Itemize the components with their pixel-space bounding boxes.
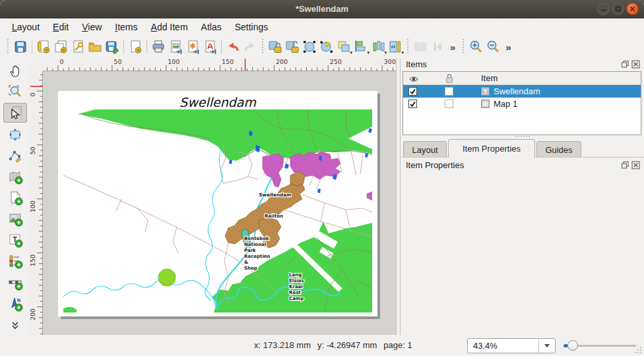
pan-tool-icon (7, 63, 23, 78)
lock-items-button[interactable] (267, 38, 284, 55)
svg-text:Kraal: Kraal (289, 284, 303, 289)
toolbar-drag-handle[interactable] (7, 39, 9, 55)
more-tools-button[interactable] (3, 315, 27, 335)
slider-handle[interactable] (567, 340, 578, 351)
add-north-arrow-icon: N (7, 296, 23, 312)
layout-page[interactable]: Swellendam (58, 91, 377, 316)
right-dock: Items Item TSwellendamMap 1 LayoutItem P… (401, 58, 644, 335)
zoom-out-icon (485, 39, 501, 55)
toolbar-overflow-button[interactable]: » (501, 42, 515, 53)
raise-items-button[interactable]: ▾ (335, 38, 352, 55)
map-preview[interactable]: Swellendam (58, 91, 377, 316)
zoom-in-button[interactable] (467, 38, 484, 55)
menu-atlas[interactable]: Atlas (195, 20, 228, 34)
add-scalebar-button[interactable] (3, 273, 27, 293)
zoom-level-combobox[interactable]: 43.4% (467, 338, 556, 353)
toolbar-drag-handle[interactable] (261, 39, 264, 55)
menu-edit[interactable]: Edit (46, 20, 75, 34)
tab-guides[interactable]: Guides (536, 141, 581, 158)
tab-layout[interactable]: Layout (403, 141, 447, 158)
visibility-checkbox[interactable] (408, 87, 417, 96)
reserve-polygon-north (78, 105, 377, 161)
unlock-items-button[interactable] (284, 38, 301, 55)
items-tree[interactable]: Item TSwellendamMap 1 (402, 71, 641, 135)
add-3d-map-button[interactable] (3, 188, 27, 208)
svg-text:Park: Park (244, 248, 256, 253)
properties-panel-close-button[interactable] (631, 161, 640, 169)
menu-view[interactable]: View (75, 20, 108, 34)
svg-text:Elsies: Elsies (289, 278, 304, 283)
item-row-map-1[interactable]: Map 1 (403, 98, 641, 110)
export-svg-button[interactable] (184, 38, 201, 55)
export-pdf-button[interactable] (201, 38, 218, 55)
pan-tool-button[interactable] (3, 61, 27, 80)
export-image-button[interactable] (167, 38, 184, 55)
map-item[interactable]: Swellendam Railton Bontebok National Par… (63, 105, 377, 312)
railton-label: Railton (265, 214, 283, 219)
svg-text:100: 100 (30, 200, 36, 212)
atlas-first-icon (430, 39, 445, 55)
align-items-icon (353, 39, 369, 55)
select-move-tool-button[interactable] (3, 103, 27, 123)
layout-toolbox: TN (0, 58, 30, 335)
save-as-icon (104, 39, 120, 55)
menu-items[interactable]: Items (108, 20, 144, 34)
new-layout-button[interactable] (35, 38, 52, 55)
svg-text:T: T (484, 88, 488, 95)
open-folder-button[interactable] (86, 38, 104, 55)
lock-checkbox[interactable] (445, 100, 453, 108)
layout-canvas[interactable]: Swellendam (43, 71, 396, 335)
properties-panel-float-button[interactable] (621, 161, 629, 169)
visibility-checkbox[interactable] (408, 100, 417, 108)
add-north-arrow-button[interactable]: N (3, 294, 27, 314)
float-icon (621, 60, 629, 69)
zoom-out-button[interactable] (484, 38, 501, 55)
lock-checkbox[interactable] (445, 87, 453, 96)
combo-dropdown-arrow[interactable] (538, 339, 555, 353)
add-picture-button[interactable] (3, 209, 27, 229)
group-items-button[interactable] (301, 38, 318, 55)
duplicate-layout-icon (53, 39, 69, 55)
add-label-button[interactable]: T (3, 230, 27, 250)
close-button[interactable] (626, 3, 639, 15)
add-scalebar-icon (7, 275, 23, 291)
items-panel-close-button[interactable] (631, 60, 640, 69)
items-panel-float-button[interactable] (621, 60, 629, 69)
minimize-button[interactable] (597, 3, 610, 15)
map-title-label[interactable]: Swellendam (179, 95, 256, 109)
svg-text:N: N (17, 298, 20, 303)
duplicate-layout-button[interactable] (52, 38, 69, 55)
zoom-tool-button[interactable] (3, 82, 27, 102)
maximize-button[interactable] (612, 3, 624, 15)
undo-button[interactable] (224, 38, 242, 55)
toolbar-drag-handle[interactable] (462, 39, 465, 55)
save-button[interactable] (12, 38, 29, 55)
edit-nodes-tool-button[interactable] (3, 146, 27, 165)
add-legend-button[interactable] (3, 251, 27, 271)
layout-manager-button[interactable] (69, 38, 86, 55)
raise-items-icon (336, 39, 352, 55)
add-map-button[interactable] (3, 167, 27, 187)
svg-text:0: 0 (30, 93, 36, 97)
add-map-icon (7, 169, 23, 185)
add-pages-button[interactable] (127, 38, 144, 55)
print-button[interactable] (150, 38, 167, 55)
window-controls (597, 3, 639, 15)
distribute-items-button[interactable]: ▾ (370, 38, 387, 55)
zoom-slider[interactable] (562, 338, 637, 353)
menu-add-item[interactable]: Add Item (145, 20, 195, 34)
toolbar-overflow-button[interactable]: » (446, 42, 459, 53)
menu-layout[interactable]: Layout (5, 20, 46, 34)
ungroup-items-button[interactable] (318, 38, 335, 55)
menu-settings[interactable]: Settings (228, 20, 275, 34)
item-row-swellendam[interactable]: TSwellendam (403, 85, 641, 98)
resize-grip[interactable] (634, 346, 642, 354)
panel-splitter-handle[interactable] (401, 136, 644, 138)
toolbar-drag-handle[interactable] (406, 39, 409, 55)
tab-item-properties[interactable]: Item Properties (448, 139, 535, 158)
resize-items-button[interactable]: ▾ (387, 38, 404, 55)
move-content-tool-button[interactable] (3, 124, 27, 144)
save-as-button[interactable] (104, 38, 121, 55)
align-items-button[interactable]: ▾ (352, 38, 370, 55)
dock-splitter[interactable] (396, 58, 401, 335)
